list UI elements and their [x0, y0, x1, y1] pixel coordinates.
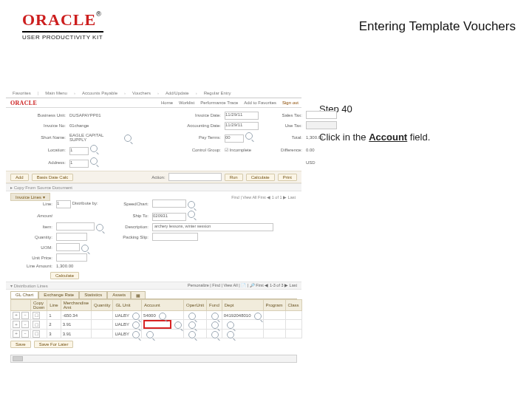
- link-addfav[interactable]: Add to Favorites: [244, 100, 276, 105]
- tab-exrate[interactable]: Exchange Rate: [38, 291, 79, 299]
- cell-amt[interactable]: -650.34: [61, 311, 91, 320]
- lookup-icon[interactable]: [188, 211, 195, 218]
- cell-qty[interactable]: [92, 320, 113, 330]
- input-payterms[interactable]: 00: [225, 134, 244, 143]
- input-qty[interactable]: [56, 233, 87, 241]
- action-select[interactable]: [168, 173, 222, 181]
- lookup-icon[interactable]: [211, 321, 219, 329]
- input-addr[interactable]: 1: [69, 160, 89, 168]
- cell-dept[interactable]: 04192048010: [224, 313, 251, 318]
- input-uom[interactable]: [56, 243, 80, 251]
- lookup-icon[interactable]: [146, 331, 154, 338]
- cell-class[interactable]: [285, 320, 301, 330]
- lookup-icon[interactable]: [254, 313, 262, 320]
- cell-class[interactable]: [285, 330, 301, 338]
- oracle-logo: ORACLE® USER PRODUCTIVITY KIT: [22, 10, 103, 41]
- lookup-icon[interactable]: [90, 157, 98, 165]
- bc-ap[interactable]: Accounts Payable: [80, 91, 120, 95]
- input-shipto[interactable]: 020931: [152, 213, 186, 221]
- tab-more[interactable]: ▦: [131, 291, 146, 299]
- cell-glunit[interactable]: UALBY: [115, 332, 129, 336]
- run-button[interactable]: Run: [225, 174, 243, 181]
- print-button[interactable]: Print: [278, 174, 297, 181]
- row-del-icon[interactable]: －: [21, 330, 29, 338]
- row-del-icon[interactable]: －: [21, 321, 29, 328]
- cell-class[interactable]: [285, 311, 301, 320]
- row-add-icon[interactable]: ＋: [13, 312, 20, 319]
- calc-button[interactable]: Calculate: [246, 174, 275, 181]
- cell-qty[interactable]: [92, 330, 113, 338]
- cell-account[interactable]: 54000: [143, 313, 156, 318]
- lookup-icon[interactable]: [188, 201, 195, 208]
- val-total: 1,300.00: [306, 135, 347, 140]
- copydown-check[interactable]: ☐: [33, 330, 40, 338]
- input-sales[interactable]: [306, 111, 337, 119]
- lookup-icon[interactable]: [188, 321, 196, 329]
- row-del-icon[interactable]: －: [21, 312, 29, 319]
- input-price[interactable]: [56, 253, 87, 262]
- lookup-icon[interactable]: [188, 313, 196, 320]
- lookup-icon[interactable]: [132, 313, 140, 320]
- lookup-icon[interactable]: [159, 313, 166, 320]
- input-invdt[interactable]: 11/29/11: [225, 112, 259, 120]
- tab-stats[interactable]: Statistics: [79, 291, 107, 299]
- line-calc-button[interactable]: Calculate: [50, 272, 79, 279]
- invoice-lines-tab[interactable]: Invoice Lines ▾: [10, 193, 50, 201]
- input-loc[interactable]: 1: [69, 147, 89, 155]
- bc-favorites[interactable]: Favorites: [10, 91, 33, 95]
- lookup-icon[interactable]: [245, 132, 253, 140]
- input-item[interactable]: [56, 222, 95, 231]
- lookup-icon[interactable]: [81, 245, 89, 252]
- input-speed[interactable]: [152, 200, 186, 208]
- lookup-icon[interactable]: [90, 145, 98, 152]
- copydown-check[interactable]: ☐: [33, 312, 40, 319]
- lookup-icon[interactable]: [227, 321, 234, 329]
- cell-amt[interactable]: 3.91: [61, 330, 91, 338]
- tab-glchart[interactable]: GL Chart: [10, 291, 38, 299]
- copy-from-source[interactable]: ▸ Copy From Source Document: [6, 183, 301, 191]
- lookup-icon[interactable]: [132, 331, 140, 338]
- bc-addupd[interactable]: Add/Update: [163, 91, 191, 95]
- scrollbar-thumb[interactable]: [13, 356, 23, 361]
- link-worklist[interactable]: Worklist: [179, 100, 194, 105]
- basis-button[interactable]: Basis Date Calc: [32, 174, 74, 181]
- lookup-icon[interactable]: [96, 224, 103, 231]
- link-perftrace[interactable]: Performance Trace: [200, 100, 238, 105]
- lookup-icon[interactable]: [132, 321, 140, 329]
- input-pack[interactable]: [152, 233, 198, 241]
- add-button[interactable]: Add: [10, 174, 29, 181]
- cell-amt[interactable]: 3.91: [61, 320, 91, 330]
- cell-program[interactable]: [263, 330, 285, 338]
- input-line[interactable]: 1: [56, 200, 71, 208]
- copydown-check[interactable]: ☐: [33, 321, 40, 328]
- lookup-icon[interactable]: [188, 331, 196, 338]
- input-desc[interactable]: archery lessons, winter session: [152, 223, 273, 231]
- h-scrollbar[interactable]: [10, 355, 297, 363]
- input-acctdate[interactable]: 11/29/11: [225, 122, 259, 130]
- dist-pager[interactable]: Personalize | Find | View All | 📄 | 🔎 Fi…: [188, 283, 297, 288]
- lookup-icon[interactable]: [227, 331, 234, 338]
- tab-assets[interactable]: Assets: [107, 291, 131, 299]
- cell-qty[interactable]: [92, 311, 113, 320]
- lookup-icon[interactable]: [211, 331, 219, 338]
- bc-main[interactable]: Main Menu: [43, 91, 69, 95]
- bc-vouchers[interactable]: Vouchers: [130, 91, 153, 95]
- link-home[interactable]: Home: [161, 100, 173, 105]
- save-button[interactable]: Save: [10, 341, 31, 348]
- save-for-later-button[interactable]: Save For Later: [34, 341, 74, 348]
- dist-lines-bar[interactable]: ▾ Distribution Lines Personalize | Find …: [6, 282, 301, 290]
- bc-regentry[interactable]: Regular Entry: [202, 91, 233, 95]
- cell-program[interactable]: [263, 320, 285, 330]
- row-add-icon[interactable]: ＋: [13, 321, 20, 328]
- cell-glunit[interactable]: UALBY: [115, 322, 129, 327]
- lookup-icon[interactable]: [174, 321, 182, 329]
- link-signout[interactable]: Sign out: [282, 100, 299, 105]
- cell-program[interactable]: [263, 311, 285, 320]
- row-add-icon[interactable]: ＋: [13, 330, 20, 338]
- table-row: ＋－ ☐ 2 3.91 UALBY: [11, 320, 302, 330]
- lookup-icon[interactable]: [211, 313, 219, 320]
- chk-incomplete[interactable]: ☑: [225, 148, 228, 152]
- input-usetax: [306, 121, 337, 129]
- cell-glunit[interactable]: UALBY: [115, 313, 129, 318]
- lookup-icon[interactable]: [124, 134, 132, 142]
